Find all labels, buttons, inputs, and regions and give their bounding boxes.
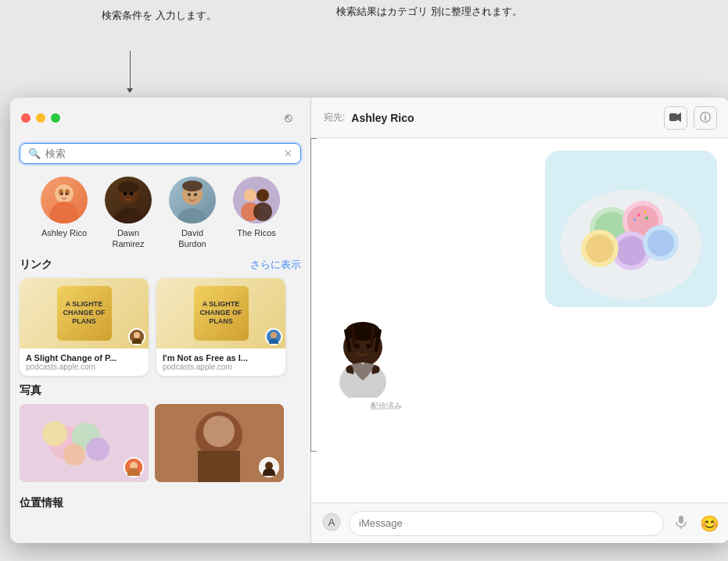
svg-point-38 <box>203 416 235 447</box>
contact-name-david: DavidBurdon <box>178 227 206 250</box>
svg-point-57 <box>637 213 640 216</box>
bracket-top <box>310 138 317 139</box>
search-icon: 🔍 <box>28 148 41 159</box>
conversation-header: 宛先: Ashley Rico ⓘ <box>311 98 728 138</box>
photos-section: 写真 <box>10 384 310 490</box>
annotation-right: 検索結果はカテゴリ 別に整理されます。 <box>336 4 522 20</box>
avatar-ricos <box>233 177 280 223</box>
search-input[interactable] <box>45 148 279 159</box>
contact-item-ricos[interactable]: The Ricos <box>228 177 285 250</box>
contact-item-david[interactable]: DavidBurdon <box>164 177 221 250</box>
contact-name-dawn: DawnRamirez <box>113 227 145 250</box>
messages-area: 配信済み <box>311 138 728 502</box>
link-card-title-1: A Slight Change of P... <box>26 353 142 363</box>
link-card-info-2: I'm Not as Free as I... podcasts.apple.c… <box>156 348 285 376</box>
link-card-image-2: A SLIGHTE CHANGE OF PLANS <box>156 278 285 348</box>
podcast-avatar-1 <box>128 328 145 345</box>
message-input[interactable] <box>349 511 664 536</box>
video-icon <box>669 112 682 124</box>
svg-point-59 <box>634 219 637 221</box>
svg-point-1 <box>50 202 78 223</box>
links-more-button[interactable]: さらに表示 <box>250 258 301 272</box>
info-button[interactable]: ⓘ <box>694 106 717 130</box>
bracket-line <box>310 138 311 451</box>
svg-point-6 <box>113 208 144 223</box>
photo-thumb-1[interactable] <box>20 404 149 482</box>
video-call-button[interactable] <box>664 106 687 130</box>
svg-point-20 <box>253 202 272 221</box>
location-section-title: 位置情報 <box>10 490 310 513</box>
podcast-avatar-2 <box>265 328 282 345</box>
svg-point-5 <box>66 193 68 195</box>
contact-name-ricos: The Ricos <box>237 227 276 238</box>
sidebar: ⎋ 🔍 ✕ <box>10 98 311 543</box>
photo-overlay-1 <box>124 457 144 477</box>
emoji-button[interactable]: 😊 <box>698 513 720 534</box>
link-card-2[interactable]: A SLIGHTE CHANGE OF PLANS I'm Not as Fre… <box>156 278 285 376</box>
avatar-ashley <box>41 177 88 223</box>
search-clear-icon[interactable]: ✕ <box>284 148 292 159</box>
svg-point-31 <box>86 438 109 461</box>
link-card-title-2: I'm Not as Free as I... <box>163 353 279 363</box>
svg-rect-43 <box>669 113 677 121</box>
svg-point-67 <box>355 344 360 348</box>
contact-item-dawn[interactable]: DawnRamirez <box>100 177 156 250</box>
memoji-message: 配信済み <box>324 320 402 412</box>
podcast-cover-1: A SLIGHTE CHANGE OF PLANS <box>57 286 112 341</box>
contact-item-ashley[interactable]: Ashley Rico <box>36 177 92 250</box>
delivered-label: 配信済み <box>371 401 402 412</box>
svg-point-11 <box>177 208 208 223</box>
recipient-name: Ashley Rico <box>351 112 414 124</box>
svg-marker-44 <box>677 113 681 122</box>
links-section-title: リンク <box>20 258 52 272</box>
svg-point-22 <box>134 332 140 338</box>
svg-point-14 <box>188 193 191 196</box>
svg-point-8 <box>118 181 138 194</box>
svg-rect-72 <box>679 516 683 523</box>
photo-overlay-2 <box>259 457 279 477</box>
link-card-1[interactable]: A SLIGHTE CHANGE OF PLANS A Slight Chang… <box>20 278 149 376</box>
link-card-image-1: A SLIGHTE CHANGE OF PLANS <box>20 278 149 348</box>
audio-button[interactable] <box>670 513 692 534</box>
svg-point-10 <box>130 192 133 195</box>
contact-name-ashley: Ashley Rico <box>41 227 87 238</box>
to-label: 宛先: <box>324 111 345 124</box>
search-bar: 🔍 ✕ <box>20 143 301 164</box>
svg-point-17 <box>244 189 256 202</box>
annotation-left: 検索条件を 入力します。 <box>102 8 217 23</box>
link-card-url-2: podcasts.apple.com <box>163 363 279 371</box>
minimize-button[interactable] <box>36 113 45 123</box>
svg-point-18 <box>256 189 269 202</box>
svg-point-25 <box>271 332 277 338</box>
avatar-david <box>169 177 216 223</box>
svg-point-54 <box>586 234 614 263</box>
photo-thumb-2[interactable] <box>155 404 284 482</box>
podcast-cover-2: A SLIGHTE CHANGE OF PLANS <box>194 286 249 341</box>
links-section-header: リンク さらに表示 <box>20 258 301 272</box>
search-bar-container: 🔍 ✕ <box>10 138 310 172</box>
macarons-image-bubble <box>545 151 717 307</box>
traffic-lights <box>21 113 60 123</box>
info-icon: ⓘ <box>700 111 711 125</box>
close-button[interactable] <box>21 113 30 123</box>
svg-point-56 <box>647 230 674 256</box>
maximize-button[interactable] <box>51 113 60 123</box>
conversation-panel: 宛先: Ashley Rico ⓘ <box>311 98 728 543</box>
photos-grid <box>20 404 301 482</box>
svg-point-0 <box>55 184 74 203</box>
link-card-url-1: podcasts.apple.com <box>26 363 142 371</box>
svg-text:A: A <box>328 516 335 528</box>
compose-icon: ⎋ <box>285 111 292 125</box>
svg-point-13 <box>182 180 203 191</box>
svg-point-30 <box>42 421 67 446</box>
annotation-arrow <box>127 88 133 93</box>
svg-point-32 <box>63 444 85 466</box>
avatar-dawn <box>105 177 152 223</box>
links-section: リンク さらに表示 A SLIGHTE CHANGE OF PLANS <box>10 258 310 384</box>
app-store-button[interactable]: A <box>321 513 342 534</box>
compose-button[interactable]: ⎋ <box>278 107 299 129</box>
svg-point-52 <box>616 236 646 266</box>
link-card-info-1: A Slight Change of P... podcasts.apple.c… <box>20 348 149 376</box>
annotation-line <box>130 51 131 90</box>
svg-point-4 <box>61 193 63 195</box>
